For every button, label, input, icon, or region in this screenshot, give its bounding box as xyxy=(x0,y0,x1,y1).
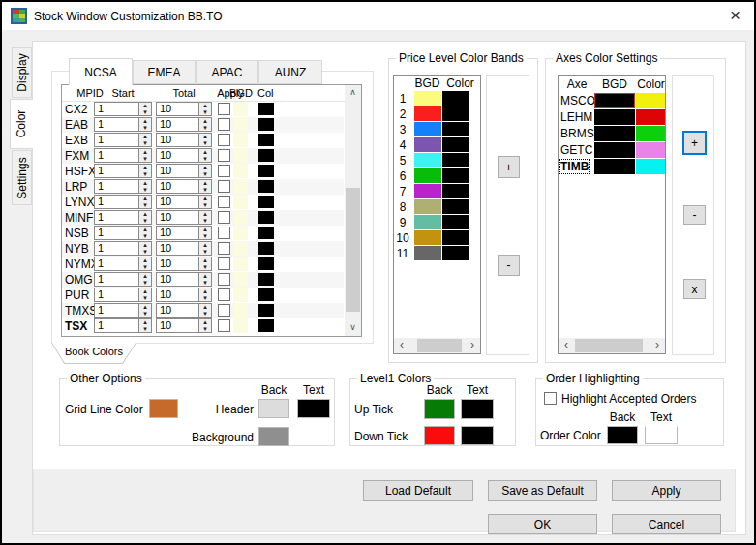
color-swatch[interactable] xyxy=(258,118,274,131)
spin-down-icon[interactable]: ▾ xyxy=(139,233,151,240)
highlight-accepted-orders-checkbox[interactable] xyxy=(544,392,557,405)
apply-checkbox[interactable] xyxy=(218,118,230,131)
spin-down-icon[interactable]: ▾ xyxy=(199,218,211,225)
band-bgd-swatch[interactable] xyxy=(414,122,441,136)
color-swatch[interactable] xyxy=(258,319,274,332)
start-spinner[interactable]: 1 ▴▾ xyxy=(94,195,152,209)
delete-axe-button[interactable]: x xyxy=(683,279,706,299)
order-back-swatch[interactable] xyxy=(607,426,638,444)
band-color-swatch[interactable] xyxy=(442,122,469,136)
band-bgd-swatch[interactable] xyxy=(414,230,441,245)
spin-down-icon[interactable]: ▾ xyxy=(199,249,211,256)
spin-down-icon[interactable]: ▾ xyxy=(139,156,151,163)
apply-checkbox[interactable] xyxy=(218,319,230,332)
total-spinner[interactable]: 10 ▴▾ xyxy=(156,117,212,132)
band-bgd-swatch[interactable] xyxy=(414,137,441,152)
background-color-swatch[interactable] xyxy=(258,427,289,446)
total-spinner[interactable]: 10 ▴▾ xyxy=(156,148,212,163)
band-color-swatch[interactable] xyxy=(442,137,469,152)
scrollbar-thumb[interactable] xyxy=(575,339,643,352)
color-swatch[interactable] xyxy=(258,165,274,177)
scroll-right-icon[interactable]: › xyxy=(650,338,665,353)
color-swatch[interactable] xyxy=(258,227,274,239)
color-swatch[interactable] xyxy=(258,180,274,193)
tab-ncsa[interactable]: NCSA xyxy=(69,58,133,85)
start-spinner[interactable]: 1 ▴▾ xyxy=(94,179,152,194)
band-color-swatch[interactable] xyxy=(442,246,469,260)
axes-horizontal-scrollbar[interactable]: ‹ › xyxy=(559,338,665,353)
start-value[interactable]: 1 xyxy=(95,180,138,193)
scroll-right-icon[interactable]: › xyxy=(465,338,480,353)
bgd-swatch[interactable] xyxy=(233,226,248,240)
band-color-swatch[interactable] xyxy=(442,153,469,167)
spin-down-icon[interactable]: ▾ xyxy=(139,249,151,256)
header-text-swatch[interactable] xyxy=(297,399,330,418)
axe-bgd-swatch[interactable] xyxy=(594,109,635,125)
tab-aunz[interactable]: AUNZ xyxy=(258,60,322,84)
band-color-swatch[interactable] xyxy=(442,199,469,214)
total-spinner[interactable]: 10 ▴▾ xyxy=(156,133,212,147)
apply-checkbox[interactable] xyxy=(218,257,230,270)
axe-bgd-swatch[interactable] xyxy=(594,159,635,174)
bgd-swatch[interactable] xyxy=(233,164,248,178)
scrollbar-thumb[interactable] xyxy=(417,339,462,352)
apply-checkbox[interactable] xyxy=(218,103,230,115)
color-swatch[interactable] xyxy=(258,242,274,255)
bgd-swatch[interactable] xyxy=(233,318,248,333)
spin-down-icon[interactable]: ▾ xyxy=(139,202,151,209)
start-value[interactable]: 1 xyxy=(95,134,138,146)
axe-bgd-swatch[interactable] xyxy=(594,93,635,108)
band-color-swatch[interactable] xyxy=(442,184,469,198)
spin-down-icon[interactable]: ▾ xyxy=(139,109,151,116)
save-as-default-button[interactable]: Save as Default xyxy=(488,480,597,501)
color-swatch[interactable] xyxy=(258,257,274,270)
start-value[interactable]: 1 xyxy=(95,304,138,317)
down-tick-text-swatch[interactable] xyxy=(461,426,494,445)
start-spinner[interactable]: 1 ▴▾ xyxy=(94,102,152,116)
start-value[interactable]: 1 xyxy=(95,273,138,286)
bgd-swatch[interactable] xyxy=(233,257,248,271)
spin-down-icon[interactable]: ▾ xyxy=(199,326,211,333)
total-value[interactable]: 10 xyxy=(157,288,198,301)
start-spinner[interactable]: 1 ▴▾ xyxy=(94,257,152,271)
start-spinner[interactable]: 1 ▴▾ xyxy=(94,226,152,240)
apply-checkbox[interactable] xyxy=(218,196,230,208)
up-tick-text-swatch[interactable] xyxy=(461,399,494,419)
bgd-swatch[interactable] xyxy=(233,195,248,209)
band-color-swatch[interactable] xyxy=(442,91,469,106)
grid-line-color-swatch[interactable] xyxy=(149,399,178,418)
start-spinner[interactable]: 1 ▴▾ xyxy=(94,148,152,163)
start-spinner[interactable]: 1 ▴▾ xyxy=(94,117,152,132)
tab-emea[interactable]: EMEA xyxy=(133,60,196,84)
start-spinner[interactable]: 1 ▴▾ xyxy=(94,241,152,256)
spin-down-icon[interactable]: ▾ xyxy=(199,202,211,209)
spin-down-icon[interactable]: ▾ xyxy=(199,109,211,116)
band-bgd-swatch[interactable] xyxy=(414,153,441,167)
total-value[interactable]: 10 xyxy=(157,304,198,317)
spin-down-icon[interactable]: ▾ xyxy=(139,218,151,225)
bgd-swatch[interactable] xyxy=(233,148,248,163)
tab-settings[interactable]: Settings xyxy=(12,150,32,205)
total-spinner[interactable]: 10 ▴▾ xyxy=(156,210,212,225)
price-horizontal-scrollbar[interactable]: ‹ › xyxy=(394,338,480,353)
total-value[interactable]: 10 xyxy=(157,227,198,239)
spin-down-icon[interactable]: ▾ xyxy=(199,233,211,240)
total-value[interactable]: 10 xyxy=(157,103,198,115)
start-value[interactable]: 1 xyxy=(95,103,138,115)
bgd-swatch[interactable] xyxy=(233,179,248,194)
start-spinner[interactable]: 1 ▴▾ xyxy=(94,303,152,318)
add-axe-button[interactable]: + xyxy=(682,131,707,155)
color-swatch[interactable] xyxy=(258,134,274,146)
band-bgd-swatch[interactable] xyxy=(414,106,441,121)
total-value[interactable]: 10 xyxy=(157,242,198,255)
remove-axe-button[interactable]: - xyxy=(683,205,706,225)
apply-checkbox[interactable] xyxy=(218,242,230,255)
start-value[interactable]: 1 xyxy=(95,149,138,162)
band-color-swatch[interactable] xyxy=(442,215,469,229)
spin-down-icon[interactable]: ▾ xyxy=(199,295,211,302)
band-bgd-swatch[interactable] xyxy=(414,168,441,183)
up-tick-back-swatch[interactable] xyxy=(424,399,455,419)
bgd-swatch[interactable] xyxy=(233,117,248,132)
axe-bgd-swatch[interactable] xyxy=(594,126,635,141)
total-value[interactable]: 10 xyxy=(157,273,198,286)
